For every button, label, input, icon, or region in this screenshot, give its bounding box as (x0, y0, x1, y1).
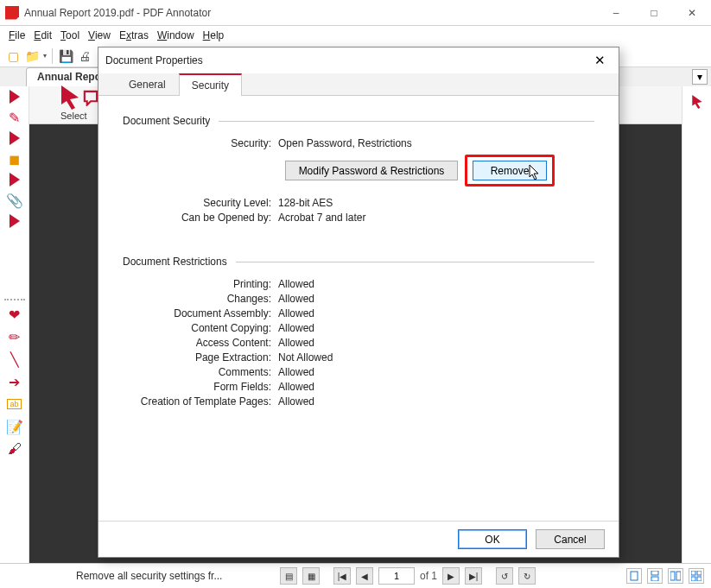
svg-rect-2 (651, 577, 658, 581)
restrictions-section-label: Document Restrictions (123, 256, 227, 268)
view-single-icon[interactable] (626, 568, 642, 584)
comments-key: Comments: (123, 366, 278, 378)
app-icon (5, 6, 19, 20)
forms-key: Form Fields: (123, 381, 278, 393)
menu-view[interactable]: View (85, 28, 114, 43)
open-icon[interactable]: 📁 (24, 48, 40, 64)
left-tri-3[interactable] (10, 173, 20, 187)
modify-password-button[interactable]: Modify Password & Restrictions (285, 161, 458, 180)
remove-button[interactable]: Remove (473, 161, 547, 180)
pencil-icon[interactable]: ✏ (6, 328, 23, 345)
level-key: Security Level: (123, 197, 278, 209)
page-first-button[interactable]: |◀ (333, 567, 351, 585)
assembly-value: Allowed (278, 307, 314, 319)
dialog-tabs: General Security (98, 73, 619, 96)
changes-value: Allowed (278, 293, 314, 305)
window-title: Annual Report 2019.pdf - PDF Annotator (24, 7, 597, 19)
svg-rect-5 (691, 571, 695, 575)
svg-rect-3 (670, 572, 675, 580)
new-icon[interactable]: ▢ (5, 48, 21, 64)
left-tri-2[interactable] (10, 131, 20, 145)
page-prev-button[interactable]: ◀ (356, 567, 373, 585)
assembly-key: Document Assembly: (123, 307, 278, 319)
select-label: Select (60, 111, 87, 121)
close-button[interactable]: ✕ (673, 0, 711, 26)
level-value: 128-bit AES (278, 197, 333, 209)
tab-security[interactable]: Security (179, 73, 242, 96)
menu-file[interactable]: File (5, 28, 29, 43)
changes-key: Changes: (123, 293, 278, 305)
opened-value: Acrobat 7 and later (278, 212, 365, 224)
rule (236, 262, 594, 262)
maximize-button[interactable]: □ (635, 0, 673, 26)
svg-rect-4 (676, 572, 681, 580)
security-section-label: Document Security (123, 115, 210, 127)
arrow-icon[interactable]: ➔ (6, 373, 23, 390)
stamp-icon[interactable]: 📝 (6, 418, 23, 435)
menu-extras[interactable]: Extras (116, 28, 152, 43)
svg-rect-6 (697, 571, 701, 575)
left-tool-strip: ✎ ◼ 📎 ❤ ✏ ╲ ➔ ab 📝 🖌 (0, 86, 29, 563)
printing-value: Allowed (278, 278, 314, 290)
view-twopage-icon[interactable] (668, 568, 683, 584)
view-continuous-icon[interactable] (647, 568, 663, 584)
svg-rect-0 (631, 572, 638, 580)
page-number-field[interactable] (378, 567, 415, 585)
print-icon[interactable]: 🖨 (77, 48, 92, 64)
minimize-button[interactable]: – (597, 0, 635, 26)
pen-icon[interactable]: ✎ (6, 109, 23, 126)
copy-value: Allowed (278, 322, 314, 334)
menu-window[interactable]: Window (154, 28, 198, 43)
template-value: Allowed (278, 395, 314, 408)
page-total-label: of 1 (420, 570, 437, 582)
extract-value: Not Allowed (278, 351, 333, 364)
statusbar: Remove all security settings fr... ▤ ▦ |… (0, 563, 711, 588)
status-message: Remove all security settings fr... (76, 570, 275, 582)
document-properties-dialog: Document Properties ✕ General Security D… (98, 47, 619, 558)
left-tri-4[interactable] (10, 214, 20, 228)
line-icon[interactable]: ╲ (6, 351, 23, 368)
right-tool-strip (682, 86, 711, 563)
security-value: Open Password, Restrictions (278, 137, 412, 149)
dialog-footer: OK Cancel (98, 521, 619, 557)
access-value: Allowed (278, 337, 314, 349)
remove-highlight-box: Remove (465, 155, 555, 187)
sb-icon-2[interactable]: ▦ (302, 567, 320, 585)
opened-key: Can be Opened by: (123, 212, 278, 224)
nav-fwd-button[interactable]: ↻ (518, 567, 536, 585)
cursor-icon[interactable] (690, 95, 704, 109)
brush-icon[interactable]: 🖌 (6, 440, 23, 458)
note-icon[interactable]: ◼ (6, 150, 23, 168)
rule (219, 121, 594, 122)
tab-dropdown-button[interactable]: ▾ (692, 69, 708, 85)
view-grid-icon[interactable] (689, 568, 704, 584)
menubar: File Edit Tool View Extras Window Help (0, 26, 711, 45)
tab-general[interactable]: General (116, 73, 179, 95)
copy-key: Content Copying: (123, 322, 278, 334)
menu-help[interactable]: Help (200, 28, 228, 43)
dialog-close-button[interactable]: ✕ (587, 50, 612, 71)
printing-key: Printing: (123, 278, 278, 290)
select-arrow-icon[interactable] (60, 88, 79, 107)
sb-icon-1[interactable]: ▤ (280, 567, 297, 585)
nav-back-button[interactable]: ↺ (496, 567, 513, 585)
access-key: Access Content: (123, 337, 278, 349)
page-next-button[interactable]: ▶ (442, 567, 460, 585)
comments-value: Allowed (278, 366, 314, 378)
menu-edit[interactable]: Edit (30, 28, 55, 43)
forms-value: Allowed (278, 381, 314, 393)
page-last-button[interactable]: ▶| (465, 567, 482, 585)
dialog-title: Document Properties (105, 54, 587, 66)
svg-rect-7 (691, 577, 695, 581)
cancel-button[interactable]: Cancel (536, 529, 605, 549)
clip-icon[interactable]: 📎 (6, 192, 23, 209)
dialog-body: Document Security Security: Open Passwor… (98, 96, 619, 521)
save-icon[interactable]: 💾 (58, 48, 73, 64)
svg-rect-8 (697, 577, 701, 581)
heart-icon[interactable]: ❤ (6, 306, 23, 323)
titlebar: Annual Report 2019.pdf - PDF Annotator –… (0, 0, 711, 26)
left-tri-1[interactable] (10, 90, 20, 104)
menu-tool[interactable]: Tool (57, 28, 83, 43)
ok-button[interactable]: OK (458, 529, 527, 549)
textbox-icon[interactable]: ab (6, 395, 23, 413)
